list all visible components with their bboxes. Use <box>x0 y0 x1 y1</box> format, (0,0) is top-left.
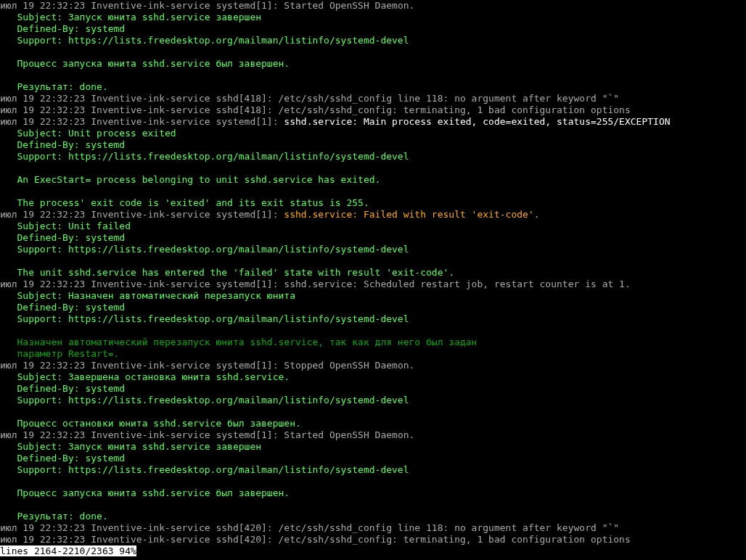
log-detail: Defined-By: systemd <box>0 23 125 34</box>
log-detail: Support: https://lists.freedesktop.org/m… <box>0 313 409 324</box>
log-detail: Defined-By: systemd <box>0 383 125 394</box>
log-line: июл 19 22:32:23 Inventive-ink-service ss… <box>0 522 619 533</box>
log-detail: Support: https://lists.freedesktop.org/m… <box>0 35 409 46</box>
log-detail: Support: https://lists.freedesktop.org/m… <box>0 395 409 405</box>
log-blank <box>0 255 17 266</box>
log-detail: Defined-By: systemd <box>0 453 125 464</box>
log-detail: Subject: Запуск юнита sshd.service завер… <box>0 12 261 22</box>
log-line: июл 19 22:32:23 Inventive-ink-service sy… <box>0 209 540 220</box>
log-line: июл 19 22:32:23 Inventive-ink-service ss… <box>0 104 631 115</box>
log-detail: Support: https://lists.freedesktop.org/m… <box>0 464 409 475</box>
log-blank <box>0 186 17 197</box>
log-detail: Subject: Назначен автоматический перезап… <box>0 290 295 301</box>
log-detail: Subject: Unit failed <box>0 221 131 231</box>
log-detail: Support: https://lists.freedesktop.org/m… <box>0 244 409 255</box>
log-detail: Процесс остановки юнита sshd.service был… <box>0 418 301 429</box>
log-detail: Результат: done. <box>0 81 108 92</box>
log-detail: Defined-By: systemd <box>0 139 125 150</box>
log-line: июл 19 22:32:23 Inventive-ink-service sy… <box>0 0 414 11</box>
log-detail: Процесс запуска юнита sshd.service был з… <box>0 487 290 498</box>
log-detail: Назначен автоматический перезапуск юнита… <box>0 337 477 347</box>
log-line: июл 19 22:32:23 Inventive-ink-service ss… <box>0 93 619 104</box>
log-line: июл 19 22:32:23 Inventive-ink-service sy… <box>0 429 414 440</box>
log-detail: Результат: done. <box>0 511 108 522</box>
log-blank <box>0 70 17 81</box>
log-detail: Defined-By: systemd <box>0 232 125 243</box>
log-detail: Subject: Unit process exited <box>0 128 176 139</box>
log-blank <box>0 476 17 487</box>
log-line: июл 19 22:32:23 Inventive-ink-service ss… <box>0 534 631 545</box>
log-line: июл 19 22:32:23 Inventive-ink-service sy… <box>0 360 414 371</box>
log-blank <box>0 499 17 510</box>
log-detail: Subject: Запуск юнита sshd.service завер… <box>0 441 261 452</box>
log-detail: The process' exit code is 'exited' and i… <box>0 197 369 208</box>
terminal-output[interactable]: июл 19 22:32:23 Inventive-ink-service sy… <box>0 0 746 557</box>
log-detail: An ExecStart= process belonging to unit … <box>0 174 380 185</box>
log-detail: Defined-By: systemd <box>0 302 125 313</box>
log-line: июл 19 22:32:23 Inventive-ink-service sy… <box>0 116 671 127</box>
log-line: июл 19 22:32:23 Inventive-ink-service sy… <box>0 279 631 289</box>
log-blank <box>0 162 17 173</box>
log-detail: Support: https://lists.freedesktop.org/m… <box>0 151 409 162</box>
log-blank <box>0 406 17 417</box>
log-detail: параметр Restart=. <box>0 348 119 359</box>
log-detail: The unit sshd.service has entered the 'f… <box>0 267 454 278</box>
log-detail: Процесс запуска юнита sshd.service был з… <box>0 58 290 69</box>
log-detail: Subject: Завершена остановка юнита sshd.… <box>0 371 290 382</box>
log-blank <box>0 325 17 336</box>
pager-status-line: lines 2164-2210/2363 94% <box>0 545 136 556</box>
log-blank <box>0 46 17 57</box>
